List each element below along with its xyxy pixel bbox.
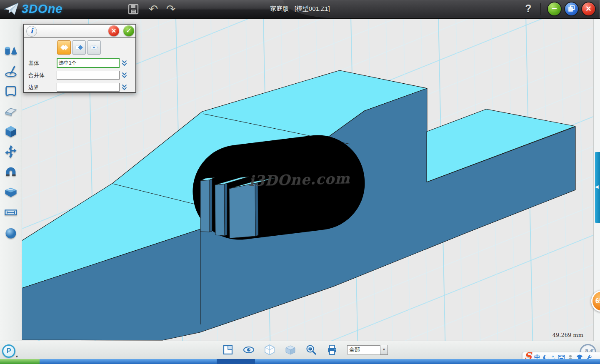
dialog-ok-button[interactable]: ✓ [123,25,134,36]
dimension-icon[interactable] [4,205,18,219]
double-diamond-icon [58,41,70,54]
chevron-double-down-icon[interactable] [122,60,127,66]
field-label: 边界 [24,84,57,91]
move-icon[interactable] [4,145,18,159]
profile-caret-icon[interactable]: ▾ [16,354,18,359]
command-dialog: i × ✓ [23,24,136,93]
shaded-display-icon[interactable] [285,344,296,356]
dialog-mode-toolbar [24,38,135,57]
arrow-left-icon: ◀ [595,184,598,189]
taskbar-segment-green [0,359,40,364]
diamond-pair-icon [72,41,85,54]
mode-base-button[interactable] [57,40,71,55]
taskbar-active-window [217,359,255,364]
special-effects-icon[interactable] [4,185,18,199]
watermark: i3DOne.com [249,170,350,189]
dropdown-arrow-icon[interactable]: ▾ [380,345,388,355]
titlebar-separator [540,3,540,15]
material-sphere-icon[interactable] [4,226,18,240]
dialog-cancel-button[interactable]: × [108,25,119,36]
surface-icon[interactable] [4,84,18,98]
window-title: 家庭版 - [模型001.Z1] [0,5,600,13]
snap-view-icon[interactable] [222,344,234,356]
help-button[interactable]: ? [520,2,537,15]
field-label: 合并体 [24,72,57,79]
info-icon: i [26,26,37,37]
visibility-eye-icon[interactable] [243,344,255,356]
tool-sidebar [0,18,22,341]
filter-selected-value: 全部 [347,345,380,354]
sketch-icon[interactable] [4,64,18,78]
base-body-input[interactable]: 选中1个 [57,58,120,68]
close-icon: × [582,2,595,15]
field-row-boundary: 边界 [24,81,135,93]
zoom-icon[interactable] [305,344,317,356]
minimize-button[interactable]: − [548,2,561,15]
field-row-merge: 合并体 [24,69,135,81]
maximize-button[interactable] [565,2,578,15]
merge-body-input[interactable] [57,71,120,80]
wireframe-display-icon[interactable] [264,344,275,356]
boundary-input[interactable] [57,83,120,92]
primitive-solids-icon[interactable] [4,44,18,58]
measurement-readout: 49.269 mm [533,332,583,338]
application-window: i3DOne.com 49.269 mm ◀ 65 3DOne ↶ ↷ 家庭版 … [0,0,600,364]
maximize-icon [565,2,578,15]
view-toolbar: 全部 ▾ [222,344,388,356]
panel-expand-tab[interactable]: ◀ [595,152,600,223]
taskbar-segment-blue [40,359,600,364]
field-label: 基体 [24,60,57,67]
mode-subtract-button[interactable] [87,40,101,55]
display-filter-dropdown[interactable]: 全部 ▾ [347,345,388,355]
close-button[interactable]: × [582,2,595,15]
field-row-base: 基体 选中1个 [24,57,135,69]
print-icon[interactable] [326,344,338,356]
titlebar: 3DOne ↶ ↷ 家庭版 - [模型001.Z1] ? − × [0,0,600,19]
edit-solid-icon[interactable] [4,125,18,139]
dialog-header: i × ✓ [24,25,135,38]
erase-icon[interactable] [4,104,18,118]
assembly-magnet-icon[interactable] [4,165,18,179]
chevron-double-down-icon[interactable] [122,72,127,78]
chevron-double-down-icon[interactable] [122,84,127,90]
minimize-icon: − [548,2,561,15]
mode-add-button[interactable] [72,40,86,55]
diamond-dot-icon [88,41,100,54]
profile-badge[interactable]: P [2,344,15,358]
